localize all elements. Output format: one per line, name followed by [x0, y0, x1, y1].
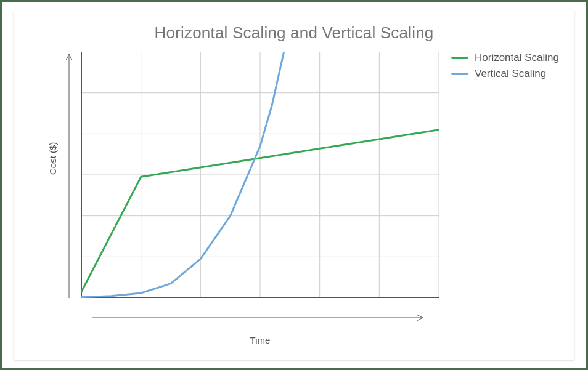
- y-axis-label: Cost ($): [47, 142, 58, 175]
- legend-label: Horizontal Scaling: [475, 52, 559, 64]
- series-line: [81, 52, 284, 297]
- chart-card: Horizontal Scaling and Vertical Scaling …: [14, 10, 574, 360]
- legend-label: Vertical Scaling: [475, 68, 546, 80]
- y-axis-arrow-icon: [63, 52, 75, 298]
- plot-svg: [81, 52, 439, 298]
- plot-area: [81, 52, 439, 298]
- legend-item: Horizontal Scaling: [451, 52, 559, 64]
- x-axis-label: Time: [81, 335, 439, 345]
- legend-swatch: [451, 73, 468, 75]
- x-axis-arrow-icon: [92, 312, 425, 324]
- legend: Horizontal Scaling Vertical Scaling: [451, 52, 559, 84]
- chart-outer-frame: Horizontal Scaling and Vertical Scaling …: [0, 0, 588, 370]
- legend-item: Vertical Scaling: [451, 68, 559, 80]
- chart-title: Horizontal Scaling and Vertical Scaling: [14, 23, 574, 42]
- legend-swatch: [451, 57, 468, 59]
